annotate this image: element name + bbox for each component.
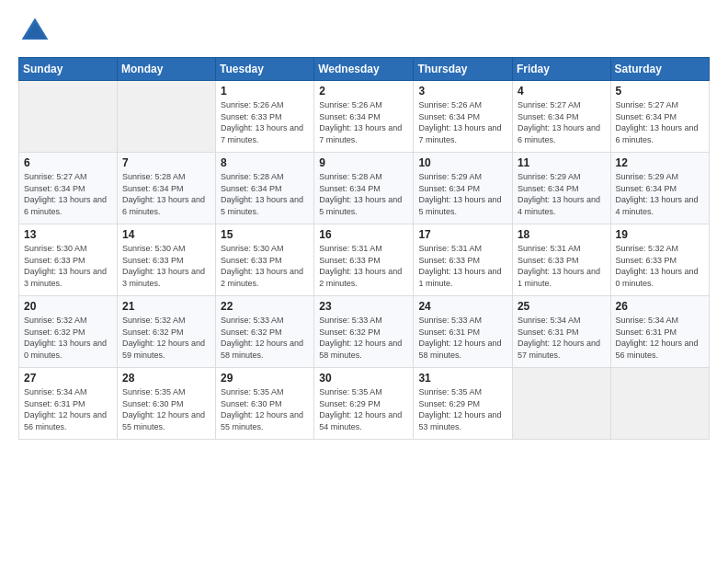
day-number: 2 [319,85,408,98]
day-info: Sunrise: 5:33 AM Sunset: 6:32 PM Dayligh… [221,315,309,361]
day-info: Sunrise: 5:29 AM Sunset: 6:34 PM Dayligh… [418,171,507,217]
day-info: Sunrise: 5:30 AM Sunset: 6:33 PM Dayligh… [221,243,309,289]
day-number: 1 [221,85,309,98]
day-number: 26 [616,300,704,313]
calendar-cell: 12Sunrise: 5:29 AM Sunset: 6:34 PM Dayli… [610,153,709,224]
weekday-header-monday: Monday [117,58,215,81]
calendar-week-1: 6Sunrise: 5:27 AM Sunset: 6:34 PM Daylig… [19,153,710,224]
calendar-cell [117,81,215,153]
calendar-cell: 30Sunrise: 5:35 AM Sunset: 6:29 PM Dayli… [314,368,414,440]
day-number: 22 [221,300,309,313]
calendar-cell: 8Sunrise: 5:28 AM Sunset: 6:34 PM Daylig… [216,153,314,224]
day-info: Sunrise: 5:27 AM Sunset: 6:34 PM Dayligh… [616,99,704,145]
day-info: Sunrise: 5:29 AM Sunset: 6:34 PM Dayligh… [616,171,704,217]
calendar-cell: 23Sunrise: 5:33 AM Sunset: 6:32 PM Dayli… [314,296,414,368]
calendar-cell: 25Sunrise: 5:34 AM Sunset: 6:31 PM Dayli… [512,296,610,368]
calendar-cell: 16Sunrise: 5:31 AM Sunset: 6:33 PM Dayli… [314,224,414,296]
calendar-cell: 11Sunrise: 5:29 AM Sunset: 6:34 PM Dayli… [512,153,610,224]
calendar-week-0: 1Sunrise: 5:26 AM Sunset: 6:33 PM Daylig… [19,81,710,153]
header [18,15,710,48]
logo [18,15,55,48]
calendar-cell: 5Sunrise: 5:27 AM Sunset: 6:34 PM Daylig… [610,81,709,153]
day-info: Sunrise: 5:27 AM Sunset: 6:34 PM Dayligh… [518,99,606,145]
calendar-cell: 21Sunrise: 5:32 AM Sunset: 6:32 PM Dayli… [117,296,215,368]
day-number: 30 [319,372,408,385]
day-info: Sunrise: 5:34 AM Sunset: 6:31 PM Dayligh… [616,315,704,361]
day-info: Sunrise: 5:33 AM Sunset: 6:31 PM Dayligh… [418,315,507,361]
calendar-cell: 14Sunrise: 5:30 AM Sunset: 6:33 PM Dayli… [117,224,215,296]
day-number: 15 [221,228,309,241]
day-info: Sunrise: 5:28 AM Sunset: 6:34 PM Dayligh… [221,171,309,217]
calendar-cell: 4Sunrise: 5:27 AM Sunset: 6:34 PM Daylig… [512,81,610,153]
weekday-header-saturday: Saturday [610,58,709,81]
day-info: Sunrise: 5:35 AM Sunset: 6:30 PM Dayligh… [221,386,309,432]
day-info: Sunrise: 5:32 AM Sunset: 6:32 PM Dayligh… [122,315,210,361]
day-info: Sunrise: 5:26 AM Sunset: 6:34 PM Dayligh… [418,99,507,145]
calendar-cell: 22Sunrise: 5:33 AM Sunset: 6:32 PM Dayli… [216,296,314,368]
calendar-header: SundayMondayTuesdayWednesdayThursdayFrid… [19,58,710,81]
logo-icon [18,15,51,48]
day-number: 5 [616,85,704,98]
day-number: 21 [122,300,210,313]
weekday-header-thursday: Thursday [414,58,513,81]
weekday-header-row: SundayMondayTuesdayWednesdayThursdayFrid… [19,58,710,81]
calendar-cell: 9Sunrise: 5:28 AM Sunset: 6:34 PM Daylig… [314,153,414,224]
calendar-cell: 19Sunrise: 5:32 AM Sunset: 6:33 PM Dayli… [610,224,709,296]
calendar-cell [19,81,118,153]
calendar-cell: 3Sunrise: 5:26 AM Sunset: 6:34 PM Daylig… [414,81,513,153]
day-info: Sunrise: 5:31 AM Sunset: 6:33 PM Dayligh… [319,243,408,289]
day-number: 29 [221,372,309,385]
calendar: SundayMondayTuesdayWednesdayThursdayFrid… [18,57,710,440]
calendar-cell [610,368,709,440]
day-info: Sunrise: 5:33 AM Sunset: 6:32 PM Dayligh… [319,315,408,361]
day-number: 19 [616,228,704,241]
calendar-cell: 6Sunrise: 5:27 AM Sunset: 6:34 PM Daylig… [19,153,118,224]
day-info: Sunrise: 5:26 AM Sunset: 6:34 PM Dayligh… [319,99,408,145]
day-number: 31 [418,372,507,385]
day-number: 11 [518,156,606,169]
calendar-body: 1Sunrise: 5:26 AM Sunset: 6:33 PM Daylig… [19,81,710,440]
day-info: Sunrise: 5:28 AM Sunset: 6:34 PM Dayligh… [122,171,210,217]
day-info: Sunrise: 5:32 AM Sunset: 6:33 PM Dayligh… [616,243,704,289]
day-number: 18 [518,228,606,241]
calendar-cell: 24Sunrise: 5:33 AM Sunset: 6:31 PM Dayli… [414,296,513,368]
calendar-cell [512,368,610,440]
day-number: 24 [418,300,507,313]
calendar-cell: 27Sunrise: 5:34 AM Sunset: 6:31 PM Dayli… [19,368,118,440]
calendar-cell: 26Sunrise: 5:34 AM Sunset: 6:31 PM Dayli… [610,296,709,368]
calendar-cell: 15Sunrise: 5:30 AM Sunset: 6:33 PM Dayli… [216,224,314,296]
day-info: Sunrise: 5:29 AM Sunset: 6:34 PM Dayligh… [518,171,606,217]
calendar-week-4: 27Sunrise: 5:34 AM Sunset: 6:31 PM Dayli… [19,368,710,440]
day-number: 27 [24,372,112,385]
day-info: Sunrise: 5:27 AM Sunset: 6:34 PM Dayligh… [24,171,112,217]
calendar-cell: 2Sunrise: 5:26 AM Sunset: 6:34 PM Daylig… [314,81,414,153]
calendar-cell: 17Sunrise: 5:31 AM Sunset: 6:33 PM Dayli… [414,224,513,296]
calendar-cell: 18Sunrise: 5:31 AM Sunset: 6:33 PM Dayli… [512,224,610,296]
day-number: 10 [418,156,507,169]
day-number: 12 [616,156,704,169]
calendar-cell: 20Sunrise: 5:32 AM Sunset: 6:32 PM Dayli… [19,296,118,368]
day-number: 9 [319,156,408,169]
calendar-week-3: 20Sunrise: 5:32 AM Sunset: 6:32 PM Dayli… [19,296,710,368]
weekday-header-tuesday: Tuesday [216,58,314,81]
day-number: 23 [319,300,408,313]
day-number: 28 [122,372,210,385]
day-number: 17 [418,228,507,241]
calendar-cell: 29Sunrise: 5:35 AM Sunset: 6:30 PM Dayli… [216,368,314,440]
day-number: 6 [24,156,112,169]
day-number: 16 [319,228,408,241]
page: SundayMondayTuesdayWednesdayThursdayFrid… [0,0,728,563]
calendar-cell: 28Sunrise: 5:35 AM Sunset: 6:30 PM Dayli… [117,368,215,440]
day-info: Sunrise: 5:35 AM Sunset: 6:29 PM Dayligh… [418,386,507,432]
day-info: Sunrise: 5:34 AM Sunset: 6:31 PM Dayligh… [24,386,112,432]
day-number: 20 [24,300,112,313]
day-number: 14 [122,228,210,241]
weekday-header-wednesday: Wednesday [314,58,414,81]
calendar-week-2: 13Sunrise: 5:30 AM Sunset: 6:33 PM Dayli… [19,224,710,296]
day-info: Sunrise: 5:26 AM Sunset: 6:33 PM Dayligh… [221,99,309,145]
calendar-cell: 1Sunrise: 5:26 AM Sunset: 6:33 PM Daylig… [216,81,314,153]
day-number: 4 [518,85,606,98]
day-info: Sunrise: 5:31 AM Sunset: 6:33 PM Dayligh… [518,243,606,289]
day-info: Sunrise: 5:31 AM Sunset: 6:33 PM Dayligh… [418,243,507,289]
weekday-header-sunday: Sunday [19,58,118,81]
